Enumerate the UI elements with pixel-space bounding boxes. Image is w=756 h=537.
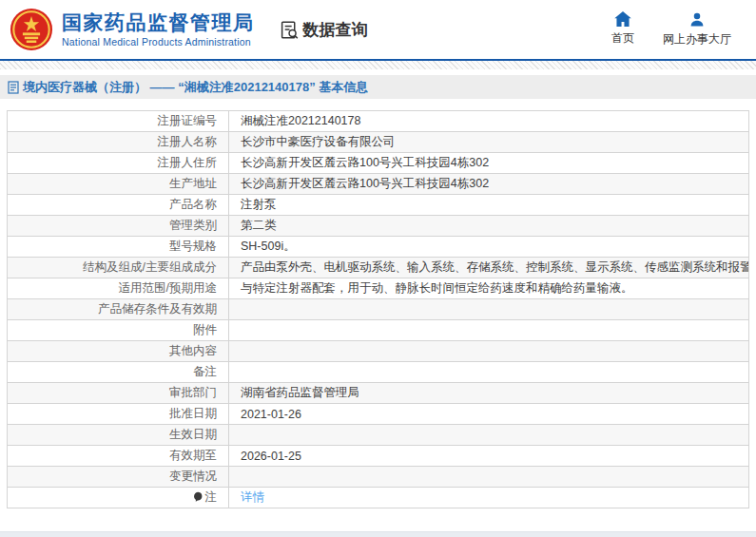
row-value: 第二类 [229, 216, 749, 237]
hatch-strip [0, 61, 756, 69]
table-row: 结构及组成/主要组成成分产品由泵外壳、电机驱动系统、输入系统、存储系统、控制系统… [8, 258, 749, 278]
table-row: 批准日期2021-01-26 [8, 404, 749, 425]
table-row: 附件 [8, 320, 749, 341]
table-row: 生效日期 [8, 425, 749, 446]
row-label: 批准日期 [8, 404, 229, 425]
table-row: 产品储存条件及有效期 [8, 299, 749, 320]
table-row: 生产地址长沙高新开发区麓云路100号兴工科技园4栋302 [8, 174, 749, 195]
agency-name-en: National Medical Products Administration [62, 36, 255, 48]
agency-title-block: 国家药品监督管理局 National Medical Products Admi… [62, 11, 255, 48]
table-row: 备注 [8, 362, 749, 383]
table-row: 变更情况 [8, 467, 749, 488]
row-label: 产品储存条件及有效期 [8, 299, 229, 320]
nav-item-home[interactable]: 首页 [611, 11, 634, 48]
table-row: 管理类别第二类 [8, 216, 749, 237]
row-value: 2026-01-25 [229, 446, 749, 467]
row-value [229, 362, 749, 383]
footer-strip [0, 531, 756, 537]
row-label: 管理类别 [8, 216, 229, 237]
row-value [229, 299, 749, 320]
row-value: 详情 [229, 488, 749, 508]
table-row: 型号规格SH-509i。 [8, 237, 749, 258]
row-value: 与特定注射器配套，用于动、静脉长时间恒定给药速度和精确给药量输液。 [229, 278, 749, 299]
national-emblem-icon [10, 8, 53, 51]
row-value: 注射泵 [229, 195, 749, 216]
row-value: 产品由泵外壳、电机驱动系统、输入系统、存储系统、控制系统、显示系统、传感监测系统… [229, 258, 749, 278]
row-label: 结构及组成/主要组成成分 [8, 258, 229, 278]
row-label: 注册证编号 [8, 111, 229, 132]
row-label: 生产地址 [8, 174, 229, 195]
row-label: 其他内容 [8, 341, 229, 362]
agency-logo: 国家药品监督管理局 National Medical Products Admi… [10, 8, 255, 51]
row-value: 湖南省药品监督管理局 [229, 383, 749, 404]
row-label: 注册人名称 [8, 132, 229, 153]
page: 国家药品监督管理局 National Medical Products Admi… [0, 0, 756, 537]
detail-link[interactable]: 详情 [241, 490, 264, 504]
header-nav: 首页 网上办事大厅 [611, 11, 731, 48]
user-icon [688, 11, 706, 28]
table-row: 注册人住所长沙高新开发区麓云路100号兴工科技园4栋302 [8, 153, 749, 174]
nav-item-label: 网上办事大厅 [663, 31, 731, 48]
registration-info-table: 注册证编号湘械注准20212140178注册人名称长沙市中豪医疗设备有限公司注册… [7, 110, 749, 508]
row-label: 产品名称 [8, 195, 229, 216]
doc-search-icon [280, 20, 300, 40]
row-value: 长沙高新开发区麓云路100号兴工科技园4栋302 [229, 174, 749, 195]
document-icon [8, 81, 19, 94]
table-row: 注册证编号湘械注准20212140178 [8, 111, 749, 132]
row-label: 备注 [8, 362, 229, 383]
breadcrumb-band: 境内医疗器械（注册） —— “湘械注准20212140178” 基本信息 [0, 75, 756, 99]
table-row: 适用范围/预期用途与特定注射器配套，用于动、静脉长时间恒定给药速度和精确给药量输… [8, 278, 749, 299]
agency-name-cn: 国家药品监督管理局 [62, 11, 255, 33]
row-label: 审批部门 [8, 383, 229, 404]
info-table-body: 注册证编号湘械注准20212140178注册人名称长沙市中豪医疗设备有限公司注册… [8, 111, 749, 508]
header: 国家药品监督管理局 National Medical Products Admi… [0, 0, 756, 59]
nav-item-label: 首页 [611, 30, 634, 47]
row-value [229, 341, 749, 362]
row-label: 变更情况 [8, 467, 229, 488]
row-value [229, 425, 749, 446]
row-label: 型号规格 [8, 237, 229, 258]
row-label: 适用范围/预期用途 [8, 278, 229, 299]
table-row: 审批部门湖南省药品监督管理局 [8, 383, 749, 404]
table-row: 注册人名称长沙市中豪医疗设备有限公司 [8, 132, 749, 153]
row-value [229, 320, 749, 341]
row-value [229, 467, 749, 488]
row-label: 附件 [8, 320, 229, 341]
table-row: 有效期至2026-01-25 [8, 446, 749, 467]
data-query-tab[interactable]: 数据查询 [280, 19, 368, 41]
breadcrumb: 境内医疗器械（注册） —— “湘械注准20212140178” 基本信息 [8, 79, 368, 96]
row-value: SH-509i。 [229, 237, 749, 258]
table-row: 注详情 [8, 488, 749, 508]
row-value: 湘械注准20212140178 [229, 111, 749, 132]
note-icon [193, 491, 204, 505]
row-label: 注册人住所 [8, 153, 229, 174]
row-label: 有效期至 [8, 446, 229, 467]
row-value: 长沙高新开发区麓云路100号兴工科技园4栋302 [229, 153, 749, 174]
home-icon [614, 11, 631, 27]
data-query-label: 数据查询 [303, 19, 368, 41]
row-value: 2021-01-26 [229, 404, 749, 425]
table-row: 其他内容 [8, 341, 749, 362]
nav-item-service-hall[interactable]: 网上办事大厅 [663, 11, 731, 48]
breadcrumb-text: 境内医疗器械（注册） —— “湘械注准20212140178” 基本信息 [23, 79, 368, 96]
row-label: 注 [8, 488, 229, 508]
row-label: 生效日期 [8, 425, 229, 446]
spacer [0, 99, 756, 110]
table-row: 产品名称注射泵 [8, 195, 749, 216]
row-value: 长沙市中豪医疗设备有限公司 [229, 132, 749, 153]
